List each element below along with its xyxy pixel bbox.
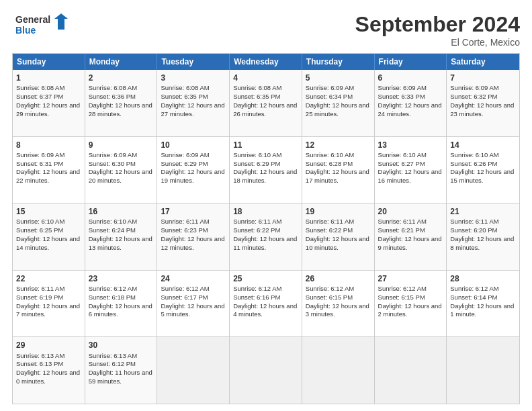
day-number-4: 4 (233, 73, 298, 83)
daylight-13: Daylight: 12 hours and 16 minutes. (378, 168, 442, 184)
sunset-3: Sunset: 6:35 PM (161, 93, 208, 100)
sunrise-26: Sunrise: 6:12 AM (306, 285, 354, 292)
daylight-20: Daylight: 12 hours and 9 minutes. (378, 235, 442, 251)
sunset-4: Sunset: 6:35 PM (233, 93, 280, 100)
sunrise-4: Sunrise: 6:08 AM (233, 84, 281, 91)
header-wednesday: Wednesday (230, 54, 302, 70)
svg-text:General: General (15, 14, 50, 25)
sunrise-29: Sunrise: 6:13 AM (16, 352, 64, 359)
sunset-23: Sunset: 6:18 PM (89, 293, 136, 301)
day-29: 29 Sunrise: 6:13 AM Sunset: 6:13 PM Dayl… (13, 337, 85, 404)
sunrise-22: Sunrise: 6:11 AM (16, 285, 64, 292)
day-number-7: 7 (450, 73, 516, 83)
day-number-3: 3 (161, 73, 226, 83)
svg-marker-2 (54, 13, 68, 30)
day-number-24: 24 (161, 273, 226, 284)
day-2: 2 Sunrise: 6:08 AM Sunset: 6:36 PM Dayli… (85, 70, 158, 136)
general-blue-logo-icon: General Blue (12, 12, 73, 39)
sunset-19: Sunset: 6:22 PM (306, 226, 353, 234)
empty-cell-5 (447, 337, 519, 404)
empty-cell-1 (157, 337, 230, 404)
day-number-22: 22 (16, 273, 81, 284)
day-number-9: 9 (89, 140, 154, 150)
daylight-1: Daylight: 12 hours and 29 minutes. (16, 101, 80, 118)
sunset-9: Sunset: 6:30 PM (89, 160, 136, 167)
daylight-14: Daylight: 12 hours and 15 minutes. (450, 168, 514, 184)
day-number-15: 15 (16, 206, 81, 217)
day-8: 8 Sunrise: 6:09 AM Sunset: 6:31 PM Dayli… (13, 137, 85, 203)
day-number-8: 8 (16, 140, 81, 150)
location: El Corte, Mexico (355, 37, 520, 48)
sunset-17: Sunset: 6:23 PM (161, 226, 208, 234)
sunrise-6: Sunrise: 6:09 AM (378, 84, 427, 91)
page: General Blue September 2024 El Corte, Me… (0, 0, 532, 411)
sunrise-7: Sunrise: 6:09 AM (450, 84, 498, 91)
sunset-30: Sunset: 6:12 PM (89, 360, 136, 367)
sunrise-18: Sunrise: 6:11 AM (233, 218, 281, 225)
day-number-1: 1 (16, 73, 81, 83)
sunset-24: Sunset: 6:17 PM (161, 293, 208, 301)
sunrise-28: Sunrise: 6:12 AM (450, 285, 498, 292)
sunrise-15: Sunrise: 6:10 AM (16, 218, 64, 225)
day-30: 30 Sunrise: 6:13 AM Sunset: 6:12 PM Dayl… (85, 337, 158, 404)
empty-cell-2 (230, 337, 302, 404)
day-22: 22 Sunrise: 6:11 AM Sunset: 6:19 PM Dayl… (13, 271, 85, 337)
sunset-29: Sunset: 6:13 PM (16, 360, 63, 367)
day-24: 24 Sunrise: 6:12 AM Sunset: 6:17 PM Dayl… (157, 271, 230, 337)
day-21: 21 Sunrise: 6:11 AM Sunset: 6:20 PM Dayl… (447, 203, 519, 270)
daylight-19: Daylight: 12 hours and 10 minutes. (306, 235, 369, 251)
day-4: 4 Sunrise: 6:08 AM Sunset: 6:35 PM Dayli… (230, 70, 302, 136)
day-number-10: 10 (161, 140, 226, 150)
sunrise-20: Sunrise: 6:11 AM (378, 218, 427, 225)
day-number-20: 20 (378, 206, 443, 217)
day-number-23: 23 (89, 273, 154, 284)
day-19: 19 Sunrise: 6:11 AM Sunset: 6:22 PM Dayl… (302, 203, 375, 270)
sunset-11: Sunset: 6:29 PM (233, 160, 280, 167)
sunset-27: Sunset: 6:15 PM (378, 293, 425, 301)
sunrise-12: Sunrise: 6:10 AM (306, 151, 354, 158)
sunrise-21: Sunrise: 6:11 AM (450, 218, 498, 225)
sunset-8: Sunset: 6:31 PM (16, 160, 63, 167)
sunrise-19: Sunrise: 6:11 AM (306, 218, 354, 225)
day-number-19: 19 (306, 206, 371, 217)
sunset-21: Sunset: 6:20 PM (450, 226, 497, 234)
daylight-12: Daylight: 12 hours and 17 minutes. (306, 168, 369, 184)
calendar-body: 1 Sunrise: 6:08 AM Sunset: 6:37 PM Dayli… (13, 70, 519, 404)
week-row-3: 15 Sunrise: 6:10 AM Sunset: 6:25 PM Dayl… (13, 203, 519, 270)
day-number-27: 27 (378, 273, 443, 284)
sunset-2: Sunset: 6:36 PM (89, 93, 136, 100)
header-sunday: Sunday (13, 54, 85, 70)
daylight-18: Daylight: 12 hours and 11 minutes. (233, 235, 297, 251)
daylight-3: Daylight: 12 hours and 27 minutes. (161, 101, 224, 118)
day-11: 11 Sunrise: 6:10 AM Sunset: 6:29 PM Dayl… (230, 137, 302, 203)
header-tuesday: Tuesday (157, 54, 230, 70)
sunset-5: Sunset: 6:34 PM (306, 93, 353, 100)
sunset-13: Sunset: 6:27 PM (378, 160, 425, 167)
day-number-12: 12 (306, 140, 371, 150)
sunrise-30: Sunrise: 6:13 AM (89, 352, 137, 359)
daylight-7: Daylight: 12 hours and 23 minutes. (450, 101, 514, 118)
day-number-26: 26 (306, 273, 371, 284)
daylight-28: Daylight: 12 hours and 1 minute. (450, 302, 514, 318)
logo: General Blue (12, 12, 73, 39)
empty-cell-4 (375, 337, 447, 404)
sunrise-23: Sunrise: 6:12 AM (89, 285, 137, 292)
daylight-17: Daylight: 12 hours and 12 minutes. (161, 235, 224, 251)
day-number-28: 28 (450, 273, 516, 284)
daylight-4: Daylight: 12 hours and 26 minutes. (233, 101, 297, 118)
sunrise-5: Sunrise: 6:09 AM (306, 84, 354, 91)
sunrise-16: Sunrise: 6:10 AM (89, 218, 137, 225)
day-18: 18 Sunrise: 6:11 AM Sunset: 6:22 PM Dayl… (230, 203, 302, 270)
day-17: 17 Sunrise: 6:11 AM Sunset: 6:23 PM Dayl… (157, 203, 230, 270)
sunrise-3: Sunrise: 6:08 AM (161, 84, 209, 91)
calendar-header: Sunday Monday Tuesday Wednesday Thursday… (13, 54, 519, 70)
day-number-25: 25 (233, 273, 298, 284)
daylight-6: Daylight: 12 hours and 24 minutes. (378, 101, 442, 118)
sunrise-2: Sunrise: 6:08 AM (89, 84, 137, 91)
daylight-30: Daylight: 11 hours and 59 minutes. (89, 369, 152, 385)
sunset-22: Sunset: 6:19 PM (16, 293, 63, 301)
daylight-16: Daylight: 12 hours and 13 minutes. (89, 235, 152, 251)
sunrise-1: Sunrise: 6:08 AM (16, 84, 64, 91)
daylight-15: Daylight: 12 hours and 14 minutes. (16, 235, 80, 251)
day-number-2: 2 (89, 73, 154, 83)
